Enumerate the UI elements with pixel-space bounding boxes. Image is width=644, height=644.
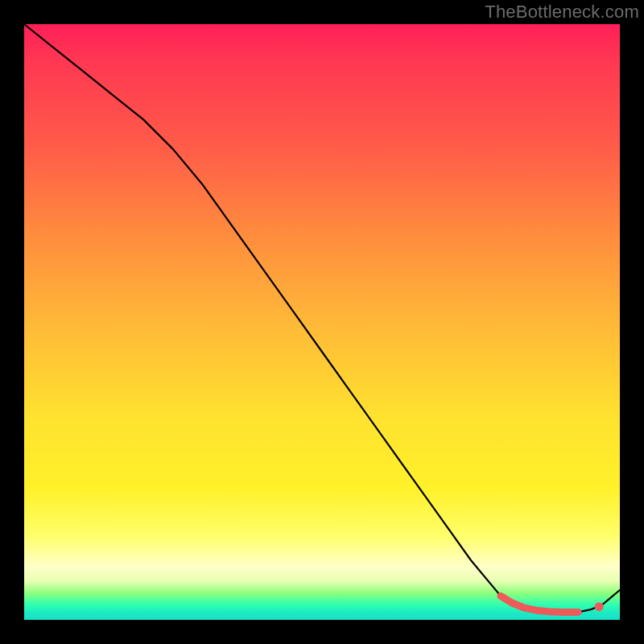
watermark-text: TheBottleneck.com xyxy=(485,2,639,23)
optimal-range-marker xyxy=(501,596,578,612)
optimal-end-dot xyxy=(595,602,604,611)
bottleneck-curve xyxy=(24,24,620,613)
chart-frame: TheBottleneck.com xyxy=(0,0,644,644)
chart-overlay xyxy=(24,24,620,620)
